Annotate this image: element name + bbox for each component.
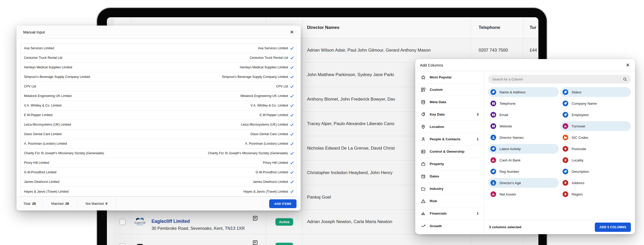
list-item[interactable]: Charity For St Joseph's Missionary Socie… — [21, 149, 296, 158]
category-growth[interactable]: Growth — [415, 220, 484, 232]
location-pin-icon — [421, 125, 426, 129]
input-name: Metalock Engineering UK Limited — [21, 94, 72, 98]
column-chip-cash-at-bank[interactable]: Cash At Bank — [488, 155, 559, 165]
category-risk[interactable]: Risk — [415, 195, 484, 207]
check-icon — [290, 181, 294, 183]
column-chip-email[interactable]: Email — [488, 110, 559, 120]
header-director-names[interactable]: Director Names — [302, 17, 471, 38]
input-name: Charity For St Joseph's Missionary Socie… — [21, 151, 104, 155]
list-item[interactable]: Metalock Engineering UK LimitedMetalock … — [21, 91, 296, 101]
bar-chart-icon — [490, 191, 496, 197]
category-dates[interactable]: Dates — [415, 170, 484, 183]
header-turnover[interactable]: Tur — [523, 17, 538, 38]
header-telephone[interactable]: Telephone — [471, 17, 523, 38]
column-chip-directors-age[interactable]: Director's Age — [488, 178, 559, 188]
category-financials[interactable]: Financials1 — [415, 207, 484, 220]
input-name: Simpson's Beverage Supply Company Limite… — [21, 75, 90, 79]
turnover-cell: £44 — [523, 38, 538, 62]
tags-icon — [421, 112, 426, 117]
list-item[interactable]: CPV LtdCPV Ltd — [21, 82, 296, 91]
add-columns-button[interactable]: ADD 5 COLUMNS — [595, 223, 631, 232]
column-chip-address[interactable]: Address — [560, 178, 631, 188]
input-name: A. Poortman (London) Limited — [21, 142, 67, 145]
column-chip-reg-number[interactable]: Reg Number — [488, 167, 559, 176]
input-name: V.A. Whitley & Co. Limited — [21, 104, 61, 107]
close-icon[interactable]: ✕ — [290, 30, 294, 35]
list-item[interactable]: Simpson's Beverage Supply Company Limite… — [21, 72, 296, 82]
status-badge: Active — [275, 243, 293, 245]
category-people-contacts[interactable]: People & Contacts1 — [415, 133, 484, 145]
column-chip-name-address[interactable]: Name & Address — [488, 87, 559, 97]
row-checkbox[interactable] — [119, 219, 126, 225]
add-items-button[interactable]: ADD ITEMS — [269, 199, 296, 208]
category-meta-data[interactable]: Meta Data — [415, 96, 484, 108]
check-icon — [290, 56, 294, 59]
row-checkbox[interactable] — [119, 243, 126, 245]
column-chip-telephone[interactable]: Telephone — [488, 99, 559, 108]
note-icon[interactable] — [252, 215, 258, 221]
category-industry[interactable]: Industry — [415, 183, 484, 195]
column-chip-employees[interactable]: Employees — [560, 110, 631, 120]
check-icon — [290, 190, 294, 193]
note-icon[interactable] — [252, 240, 258, 245]
matched-name: Charity For St Joseph's Missionary Socie… — [208, 151, 288, 155]
category-custom[interactable]: Custom — [415, 84, 484, 96]
input-name: Centurion Truck Rental Ltd — [21, 56, 62, 60]
input-name: Leica Microsystems (UK) Limited — [21, 123, 71, 126]
column-chip-region[interactable]: Region — [560, 189, 631, 199]
status-badge: Active — [275, 218, 293, 226]
matched-name: V.A. Whitley & Co. Limited — [251, 104, 288, 107]
column-chip-net-assets[interactable]: Net Assets — [488, 189, 559, 199]
close-icon[interactable]: ✕ — [626, 63, 630, 68]
column-chip-website[interactable]: Website — [488, 121, 559, 131]
list-item[interactable]: Henleys Medical Supplies LimitedHenleys … — [21, 63, 296, 72]
category-control-ownership[interactable]: Control & Ownership — [415, 145, 484, 158]
column-chip-sic-codes[interactable]: SIC Codes — [560, 133, 631, 142]
company-name-link[interactable]: Eaglecliff Limited — [151, 218, 245, 224]
list-item[interactable]: James Dewhurst LimitedJames Dewhurst Lim… — [21, 177, 296, 187]
not-matched-stat: Not Matched0 — [77, 197, 116, 210]
category-most-popular[interactable]: Most Popular — [415, 71, 484, 84]
list-item[interactable]: Oasis Dental Care LimitedOasis Dental Ca… — [21, 129, 296, 139]
person-icon — [490, 135, 496, 140]
column-chip-turnover[interactable]: Turnover — [560, 121, 631, 131]
category-sidebar: Most Popular Custom Meta Data Key Data3 … — [415, 71, 484, 234]
location-pin-icon — [563, 191, 568, 197]
check-icon — [290, 95, 294, 97]
list-item[interactable]: Priory Hill LimitedPriory Hill Limited — [21, 158, 296, 168]
column-chip-status[interactable]: Status — [560, 87, 631, 97]
column-chip-company-name[interactable]: Company Name — [560, 99, 631, 108]
category-location[interactable]: Location — [415, 121, 484, 133]
modal-title: Manual Input — [23, 30, 45, 34]
list-item[interactable]: Hayes & Jarvis (Travel) LimitedHayes & J… — [21, 187, 296, 196]
column-chip-latest-activity[interactable]: Latest Activity — [488, 144, 559, 154]
matched-name: Simpson's Beverage Supply Company Limite… — [222, 75, 288, 79]
column-chip-director-names[interactable]: Director Names — [488, 133, 559, 142]
bar-chart-icon — [421, 211, 426, 216]
input-name: E.W.Pepper Limited — [21, 113, 52, 117]
list-item[interactable]: Leica Microsystems (UK) LimitedLeica Mic… — [21, 120, 296, 129]
tag-icon — [490, 146, 496, 152]
list-item[interactable]: Centurion Truck Rental LtdCenturion Truc… — [21, 53, 296, 63]
input-name: CPV Ltd — [21, 85, 36, 88]
category-property[interactable]: Property — [415, 158, 484, 170]
matched-name: Centurion Truck Rental Ltd — [250, 56, 288, 60]
tag-icon — [563, 89, 568, 95]
column-chip-postcode[interactable]: Postcode — [560, 144, 631, 154]
check-icon — [290, 133, 294, 136]
search-input[interactable] — [492, 77, 623, 81]
add-columns-footer: 5 columns selected ADD 5 COLUMNS — [484, 220, 635, 234]
column-search[interactable] — [488, 75, 631, 84]
column-chip-locality[interactable]: Locality — [560, 155, 631, 165]
contact-book-icon — [490, 112, 496, 118]
check-icon — [290, 76, 294, 78]
list-item[interactable]: V.A. Whitley & Co. LimitedV.A. Whitley &… — [21, 101, 296, 110]
category-key-data[interactable]: Key Data3 — [415, 108, 484, 121]
column-chip-description[interactable]: Description — [560, 167, 631, 176]
director-names-cell: Adrian Wilson Adair, Paul John Gilmour, … — [302, 38, 471, 62]
list-item[interactable]: A. Poortman (London) LimitedA. Poortman … — [21, 139, 296, 149]
list-item[interactable]: Axa Services LimitedAxa Services Limited — [21, 44, 296, 53]
calendar-icon — [421, 174, 426, 179]
list-item[interactable]: E.W.Pepper LimitedE.W.Pepper Limited — [21, 110, 296, 120]
list-item[interactable]: G.W.Proudfoot LimitedG.W.Proudfoot Limit… — [21, 168, 296, 177]
